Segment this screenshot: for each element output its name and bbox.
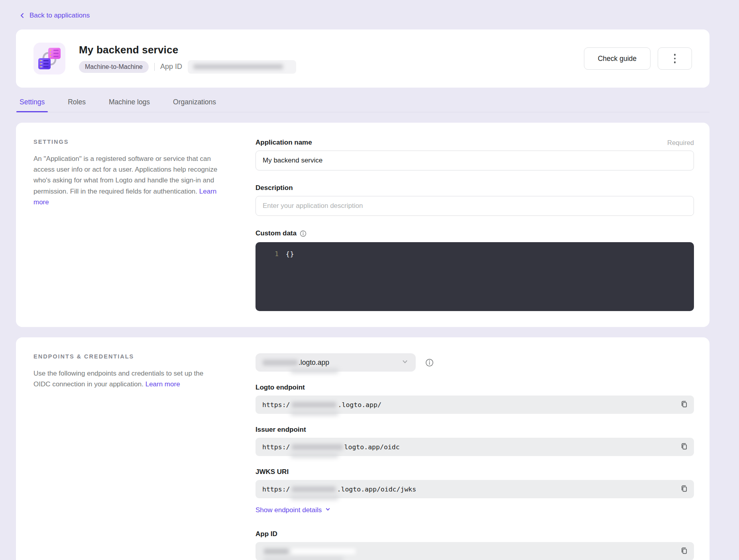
tab-machine-logs[interactable]: Machine logs [109, 98, 150, 112]
issuer-endpoint-label: Issuer endpoint [256, 426, 694, 434]
domain-row: .logto.app [256, 353, 694, 372]
endpoint-url-suffix: .logto.app/ [338, 401, 381, 409]
settings-intro-text: An "Application" is a registered softwar… [33, 155, 217, 195]
redacted-text [193, 64, 283, 69]
endpoint-url-suffix: .logto.app/oidc/jwks [337, 486, 417, 493]
show-endpoint-details-label[interactable]: Show endpoint details [256, 506, 322, 514]
redacted-tenant-id [263, 360, 298, 366]
settings-card: SETTINGS An "Application" is a registere… [16, 123, 710, 327]
jwks-uri-label: JWKS URI [256, 468, 694, 476]
settings-section-heading: SETTINGS [33, 139, 218, 145]
app-id-label: App ID [256, 530, 694, 538]
endpoints-learn-more-link[interactable]: Learn more [145, 380, 180, 388]
description-field-group: Description [256, 184, 694, 216]
copy-issuer-endpoint-button[interactable] [680, 442, 689, 452]
copy-icon [680, 400, 688, 409]
application-title: My backend service [79, 44, 584, 56]
application-header-card: My backend service Machine-to-Machine Ap… [16, 29, 710, 88]
copy-logto-endpoint-button[interactable] [680, 399, 689, 410]
kebab-icon [674, 54, 676, 63]
chevron-down-icon [401, 358, 409, 367]
endpoint-url-prefix: https:/ [262, 443, 290, 451]
editor-line-number: 1 [256, 250, 279, 303]
copy-app-id-field-button[interactable] [680, 546, 689, 556]
issuer-endpoint-field-group: Issuer endpoint https:/ logto.app/oidc [256, 426, 694, 456]
back-to-applications-link[interactable]: Back to applications [16, 10, 710, 21]
copy-icon [680, 547, 688, 556]
app-id-field-group: App ID [256, 530, 694, 560]
redacted-tenant-id [292, 444, 343, 450]
custom-data-label-text: Custom data [256, 229, 297, 237]
domain-info-icon[interactable] [425, 358, 434, 367]
application-header-info: My backend service Machine-to-Machine Ap… [79, 44, 584, 74]
endpoint-url-prefix: https:/ [262, 401, 290, 409]
tab-settings[interactable]: Settings [20, 98, 45, 112]
more-actions-button[interactable] [658, 47, 692, 70]
back-link-label[interactable]: Back to applications [29, 12, 90, 20]
app-id-value-field [256, 542, 694, 560]
endpoints-credentials-card: ENDPOINTS & CREDENTIALS Use the followin… [16, 337, 710, 560]
required-tag: Required [667, 139, 694, 147]
description-label: Description [256, 184, 293, 192]
chevron-down-icon [325, 506, 331, 514]
redaction-smear [291, 495, 338, 500]
endpoint-url-suffix: logto.app/oidc [344, 443, 400, 451]
redaction-smear [263, 557, 343, 560]
meta-divider [154, 63, 155, 71]
page: Back to applications [16, 0, 710, 560]
custom-data-field-group: Custom data 1 {} [256, 229, 694, 311]
logto-endpoint-field-group: Logto endpoint https:/ .logto.app/ [256, 384, 694, 414]
logto-endpoint-value-field: https:/ .logto.app/ [256, 396, 694, 414]
editor-code-content: {} [279, 250, 294, 303]
machine-to-machine-app-logo-icon [33, 43, 65, 74]
description-input[interactable] [256, 196, 694, 216]
tab-organizations[interactable]: Organizations [173, 98, 216, 112]
copy-icon [680, 485, 688, 493]
redacted-tenant-id [292, 402, 336, 408]
redacted-app-id [264, 548, 289, 554]
header-app-id-value-redacted [188, 60, 296, 74]
domain-select-dropdown[interactable]: .logto.app [256, 353, 416, 372]
redacted-tenant-id [292, 486, 336, 492]
tab-roles[interactable]: Roles [68, 98, 86, 112]
application-tabs: Settings Roles Machine logs Organization… [16, 98, 710, 112]
copy-jwks-uri-button[interactable] [680, 484, 689, 494]
jwks-uri-value-field: https:/ .logto.app/oidc/jwks [256, 480, 694, 498]
check-guide-button[interactable]: Check guide [584, 47, 651, 70]
copy-icon [680, 443, 688, 451]
application-type-badge: Machine-to-Machine [79, 61, 149, 73]
redaction-smear [291, 411, 338, 415]
domain-select-value: .logto.app [299, 358, 329, 367]
info-icon[interactable] [300, 230, 307, 237]
settings-section-intro: An "Application" is a registered softwar… [33, 153, 218, 208]
logto-endpoint-label: Logto endpoint [256, 384, 694, 392]
issuer-endpoint-value-field: https:/ logto.app/oidc [256, 438, 694, 456]
application-name-input[interactable] [256, 151, 694, 170]
redacted-app-id [292, 548, 356, 554]
endpoint-url-prefix: https:/ [262, 486, 290, 493]
show-endpoint-details-toggle[interactable]: Show endpoint details [256, 506, 331, 514]
redaction-smear [291, 368, 338, 373]
header-app-id-label: App ID [160, 63, 182, 71]
chevron-left-icon [19, 12, 26, 19]
application-name-field-group: Application name Required [256, 139, 694, 170]
redaction-smear [291, 453, 338, 458]
endpoints-section-heading: ENDPOINTS & CREDENTIALS [33, 353, 218, 360]
jwks-uri-field-group: JWKS URI https:/ .logto.app/oidc/jwks [256, 468, 694, 498]
custom-data-code-editor[interactable]: 1 {} [256, 242, 694, 311]
custom-data-label: Custom data [256, 229, 307, 237]
endpoints-section-intro: Use the following endpoints and credenti… [33, 368, 218, 390]
application-name-label: Application name [256, 139, 312, 147]
